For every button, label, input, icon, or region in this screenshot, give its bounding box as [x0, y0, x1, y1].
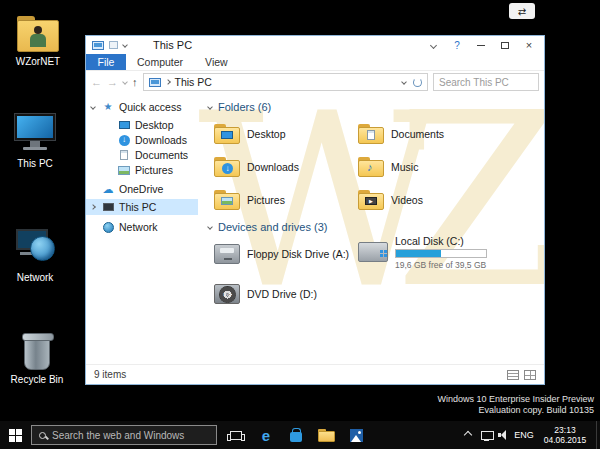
videos-folder-icon: ▶	[358, 190, 384, 210]
history-dropdown-icon[interactable]	[122, 79, 128, 85]
file-explorer-button[interactable]	[314, 424, 338, 446]
desktop-icon-wzornet[interactable]: WZorNET	[6, 6, 70, 68]
quick-access-dropdown-icon[interactable]	[122, 42, 128, 48]
task-view-icon	[230, 431, 242, 440]
desktop-icon	[119, 121, 130, 129]
sidebar-item-label: Quick access	[119, 101, 181, 113]
build-watermark-line2: Evaluation copy. Build 10135	[437, 405, 594, 416]
build-watermark-line1: Windows 10 Enterprise Insider Preview	[437, 394, 594, 405]
devices-section-header[interactable]: Devices and drives (3)	[208, 221, 327, 233]
folder-tile-desktop[interactable]: Desktop	[214, 119, 352, 149]
desktop-icon-label: This PC	[3, 158, 67, 170]
refresh-icon[interactable]	[413, 78, 422, 87]
large-icons-view-button[interactable]	[524, 370, 536, 380]
language-indicator[interactable]: ENG	[512, 421, 536, 449]
tab-view[interactable]: View	[194, 54, 239, 70]
start-button[interactable]	[0, 421, 30, 449]
maximize-button[interactable]	[493, 37, 517, 53]
search-icon	[39, 432, 46, 439]
star-icon: ★	[104, 102, 113, 112]
store-button[interactable]	[284, 424, 308, 446]
tab-computer[interactable]: Computer	[126, 54, 194, 70]
disk-capacity-text: 19,6 GB free of 39,5 GB	[395, 260, 487, 270]
swap-arrows-icon[interactable]: ⇄	[509, 3, 535, 19]
recycle-bin-icon	[5, 324, 69, 370]
taskbar: e ENG 23:13 04.06.2015	[0, 421, 600, 449]
chevron-right-icon[interactable]	[90, 204, 96, 210]
folder-tile-downloads[interactable]: ↓ Downloads	[214, 152, 352, 182]
drive-tile-floppy[interactable]: Floppy Disk Drive (A:)	[214, 239, 352, 269]
desktop-icon-this-pc[interactable]: This PC	[3, 108, 67, 170]
show-desktop-button[interactable]	[596, 421, 600, 449]
folders-section-header[interactable]: Folders (6)	[208, 101, 271, 113]
tile-label: Music	[391, 161, 418, 173]
network-globe-icon	[3, 222, 67, 268]
volume-tray-button[interactable]	[495, 421, 511, 449]
breadcrumb[interactable]: This PC	[143, 73, 429, 91]
sidebar-item-onedrive[interactable]: ☁ OneDrive	[86, 181, 198, 197]
chevron-up-icon	[464, 431, 472, 439]
photos-button[interactable]	[344, 424, 368, 446]
sidebar-item-this-pc[interactable]: This PC	[86, 199, 198, 215]
sidebar-item-network[interactable]: Network	[86, 219, 198, 235]
music-folder-icon: ♪	[358, 157, 384, 177]
sidebar-item-quick-access[interactable]: ★ Quick access	[86, 99, 198, 115]
collapse-icon[interactable]	[207, 224, 213, 230]
quick-access-toolbar	[89, 41, 127, 50]
window-content: ★ Quick access Desktop ↓ Downloads Docum…	[86, 93, 544, 364]
taskbar-search-input[interactable]	[52, 430, 216, 441]
explorer-search-box[interactable]	[433, 73, 539, 91]
sidebar-item-downloads[interactable]: ↓ Downloads	[86, 132, 198, 148]
chevron-right-icon[interactable]	[165, 79, 171, 85]
network-tray-button[interactable]	[478, 421, 494, 449]
forward-button[interactable]: →	[107, 77, 118, 88]
network-icon	[103, 222, 114, 233]
sidebar-item-desktop[interactable]: Desktop	[86, 117, 198, 133]
collapse-icon[interactable]	[207, 104, 213, 110]
folder-tile-videos[interactable]: ▶ Videos	[358, 185, 496, 215]
clock[interactable]: 23:13 04.06.2015	[537, 421, 593, 449]
tile-label: Videos	[391, 194, 423, 206]
taskbar-search-box[interactable]	[31, 425, 217, 445]
folder-tile-music[interactable]: ♪ Music	[358, 152, 496, 182]
minimize-button[interactable]	[469, 37, 493, 53]
drive-tile-dvd[interactable]: DVD DVD Drive (D:)	[214, 279, 352, 309]
tile-label: DVD Drive (D:)	[247, 288, 317, 300]
explorer-search-input[interactable]	[434, 77, 538, 88]
task-view-button[interactable]	[224, 424, 248, 446]
breadcrumb-location[interactable]: This PC	[175, 76, 212, 88]
windows-logo-icon	[9, 429, 22, 442]
sidebar-item-label: Downloads	[135, 134, 187, 146]
desktop-icon-network[interactable]: Network	[3, 222, 67, 284]
store-bag-icon	[290, 432, 302, 442]
sidebar-item-documents[interactable]: Documents	[86, 147, 198, 163]
edge-button[interactable]: e	[254, 424, 278, 446]
tab-file[interactable]: File	[86, 54, 126, 70]
sidebar-item-pictures[interactable]: Pictures	[86, 162, 198, 178]
downloads-folder-icon: ↓	[214, 157, 240, 177]
details-view-button[interactable]	[507, 370, 519, 380]
quick-access-toolbar-icon[interactable]	[109, 41, 118, 49]
section-title: Devices and drives (3)	[218, 221, 327, 233]
address-dropdown-icon[interactable]	[401, 79, 407, 85]
close-button[interactable]: ×	[517, 37, 541, 53]
ribbon-tabs: File Computer View	[86, 54, 544, 71]
desktop-icon-recycle-bin[interactable]: Recycle Bin	[5, 324, 69, 386]
tray-expand-button[interactable]	[460, 421, 476, 449]
up-button[interactable]: ↑	[132, 77, 138, 88]
sidebar-item-label: OneDrive	[119, 183, 163, 195]
ribbon-toggle-button[interactable]	[421, 37, 445, 53]
folder-tile-pictures[interactable]: Pictures	[214, 185, 352, 215]
drive-tile-local-disk[interactable]: Local Disk (C:) 19,6 GB free of 39,5 GB	[358, 235, 538, 269]
tile-label: Desktop	[247, 128, 286, 140]
chevron-down-icon[interactable]	[90, 104, 96, 110]
help-button[interactable]: ?	[445, 37, 469, 53]
sidebar-item-label: Documents	[135, 149, 188, 161]
tray-date: 04.06.2015	[544, 435, 587, 445]
title-bar: This PC ? ×	[86, 36, 544, 54]
folder-tile-documents[interactable]: Documents	[358, 119, 496, 149]
sidebar-item-label: Pictures	[135, 164, 173, 176]
back-button[interactable]: ←	[91, 77, 102, 88]
tile-label: Pictures	[247, 194, 285, 206]
tile-label: Downloads	[247, 161, 299, 173]
